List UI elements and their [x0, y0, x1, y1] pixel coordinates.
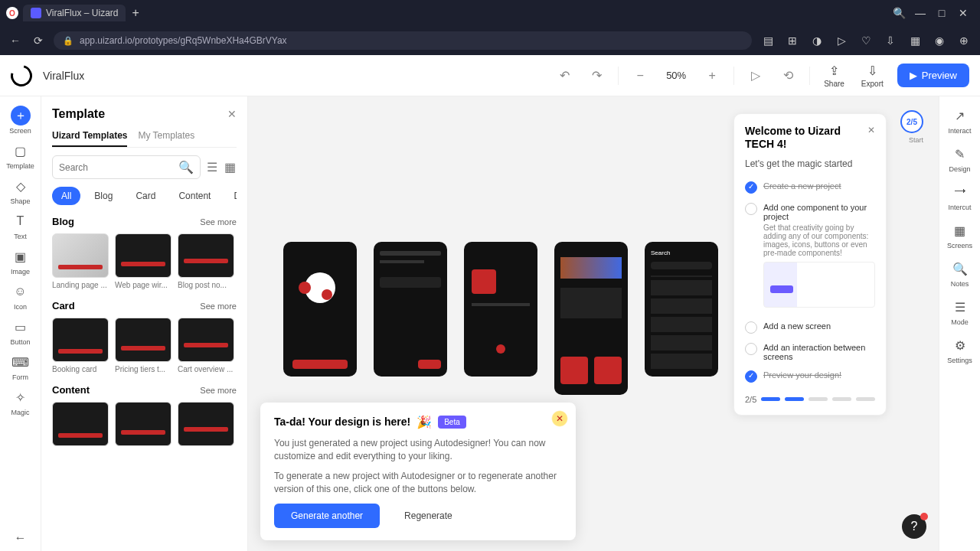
onboarding-step[interactable]: Create a new project [745, 177, 875, 198]
close-window-button[interactable]: ✕ [952, 7, 974, 19]
tool-button[interactable]: ▭Button [5, 314, 36, 349]
toast-close-button[interactable]: ✕ [551, 410, 568, 427]
search-input[interactable] [59, 162, 174, 173]
see-more-link[interactable]: See more [200, 217, 237, 227]
list-view-icon[interactable]: ☰ [205, 159, 219, 176]
url-field[interactable]: 🔒 app.uizard.io/prototypes/gRq5WnbeXHa4G… [54, 31, 752, 50]
chip-card[interactable]: Card [126, 187, 165, 205]
tab-uizard-templates[interactable]: Uizard Templates [52, 130, 127, 147]
progress-count: 2/5 [745, 395, 756, 404]
see-more-link[interactable]: See more [200, 386, 237, 395]
export-button[interactable]: ⇩Export [858, 64, 887, 88]
canvas[interactable]: Search ✕ Ta-da! Your design is here! 🎉 B… [248, 96, 939, 551]
project-name[interactable]: ViralFlux [43, 70, 84, 82]
onboarding-step[interactable]: Add an interaction between screens [745, 338, 875, 366]
ext-icon-4[interactable]: ▷ [833, 34, 850, 47]
ext-icon-5[interactable]: ♡ [858, 34, 874, 47]
template-panel: Template ✕ Uizard Templates My Templates… [41, 96, 248, 551]
zoom-out-button[interactable]: − [629, 65, 651, 86]
template-caption: Landing page ... [52, 281, 109, 289]
tool-magic[interactable]: ✧Magic [5, 384, 36, 419]
template-card[interactable]: Web page wir... [115, 233, 172, 289]
back-button[interactable]: ← [8, 34, 23, 47]
ext-icon-3[interactable]: ◑ [808, 34, 825, 47]
tool-image[interactable]: ▣Image [5, 243, 36, 279]
chip-dis[interactable]: Dis [224, 187, 237, 205]
rail-interact[interactable]: ↗Interact [945, 103, 975, 138]
tool-screen[interactable]: ＋Screen [5, 103, 36, 138]
help-button[interactable]: ? [902, 514, 926, 539]
zoom-level[interactable]: 50% [662, 70, 691, 81]
rail-screens[interactable]: ▦Screens [945, 217, 975, 253]
rail-design[interactable]: ✎Design [945, 141, 975, 176]
browser-menu-icon[interactable]: O [6, 7, 18, 19]
artboard-5[interactable]: Search [645, 242, 718, 377]
artboard-2[interactable] [374, 242, 447, 377]
template-card[interactable] [52, 402, 109, 449]
artboard-4[interactable] [554, 242, 628, 395]
template-card[interactable]: Cart overview ... [178, 318, 234, 373]
rail-mode[interactable]: ☰Mode [945, 294, 975, 329]
panel-close-button[interactable]: ✕ [227, 108, 237, 120]
template-card[interactable]: Pricing tiers t... [115, 318, 172, 373]
artboard-3[interactable] [464, 242, 537, 377]
tab-my-templates[interactable]: My Templates [138, 130, 194, 147]
search-icon[interactable]: 🔍 [888, 7, 910, 19]
tool-form[interactable]: ⌨Form [5, 349, 36, 384]
settings-icon: ⚙ [950, 335, 970, 355]
progress-badge[interactable]: 2/5 [900, 110, 923, 133]
search-input-wrapper[interactable]: 🔍 [52, 155, 201, 179]
generate-another-button[interactable]: Generate another [274, 504, 380, 528]
rail-notes[interactable]: 🔍Notes [945, 256, 975, 291]
autodesigner-toast: ✕ Ta-da! Your design is here! 🎉 Beta You… [260, 403, 576, 540]
regenerate-button[interactable]: Regenerate [387, 504, 469, 528]
uizard-logo-icon[interactable] [7, 60, 36, 90]
ext-icon-8[interactable]: ◉ [931, 34, 948, 47]
minimize-button[interactable]: — [910, 7, 931, 19]
checkbox-icon [745, 203, 757, 215]
template-card[interactable]: Landing page ... [52, 233, 109, 289]
ext-icon-9[interactable]: ⊕ [956, 34, 972, 47]
tool-template[interactable]: ▢Template [5, 138, 36, 173]
template-card[interactable]: Booking card [52, 318, 109, 373]
chip-all[interactable]: All [52, 187, 80, 205]
onboarding-step[interactable]: Preview your design! [745, 366, 875, 387]
onboarding-step[interactable]: Add one component to your projectGet tha… [745, 198, 875, 317]
mode-icon: ☰ [950, 297, 970, 317]
undo-button[interactable]: ↶ [554, 65, 575, 86]
onboarding-subtitle: Let's get the magic started [745, 158, 875, 169]
redo-button[interactable]: ↷ [586, 65, 607, 86]
rail-intercut[interactable]: ⭢Intercut [945, 179, 975, 214]
ext-icon-2[interactable]: ⊞ [784, 34, 801, 47]
tool-text[interactable]: TText [5, 208, 36, 243]
ext-icon-1[interactable]: ▤ [760, 34, 776, 47]
chip-content[interactable]: Content [169, 187, 220, 205]
maximize-button[interactable]: □ [931, 7, 952, 19]
share-icon: ⇪ [829, 64, 839, 78]
onboarding-close-button[interactable]: ✕ [867, 125, 875, 135]
play-icon[interactable]: ▷ [745, 65, 766, 86]
template-card[interactable]: Blog post no... [178, 233, 234, 289]
checkbox-icon [745, 181, 757, 194]
grid-view-icon[interactable]: ▦ [224, 159, 237, 176]
collapse-toolbar-button[interactable]: ← [5, 525, 36, 551]
zoom-in-button[interactable]: + [701, 65, 723, 86]
artboard-1[interactable] [283, 242, 357, 377]
ext-icon-6[interactable]: ⇩ [882, 34, 899, 47]
tool-icon[interactable]: ☺Icon [5, 279, 36, 314]
chip-blog[interactable]: Blog [85, 187, 122, 205]
see-more-link[interactable]: See more [200, 302, 237, 311]
template-card[interactable] [178, 402, 234, 449]
browser-tab[interactable]: ViralFlux – Uizard [23, 5, 126, 21]
refresh-icon[interactable]: ⟲ [777, 65, 799, 86]
rail-settings[interactable]: ⚙Settings [945, 332, 975, 367]
reload-button[interactable]: ⟳ [31, 34, 46, 47]
tool-shape[interactable]: ◇Shape [5, 173, 36, 208]
template-card[interactable] [115, 402, 172, 449]
onboarding-card: Welcome to Uizard TECH 4! ✕ Let's get th… [733, 113, 887, 416]
new-tab-button[interactable]: + [132, 6, 139, 20]
ext-icon-7[interactable]: ▦ [906, 34, 923, 47]
onboarding-step[interactable]: Add a new screen [745, 317, 875, 338]
preview-button[interactable]: ▶Preview [897, 64, 969, 87]
share-button[interactable]: ⇪Share [821, 64, 848, 88]
